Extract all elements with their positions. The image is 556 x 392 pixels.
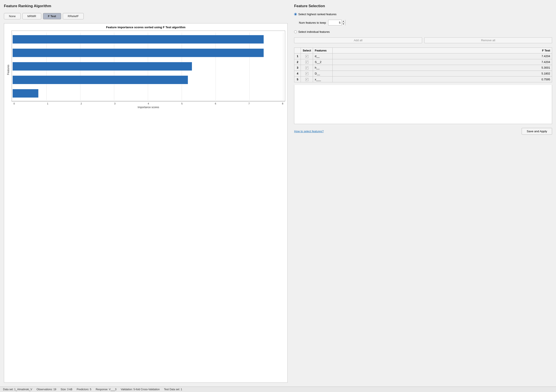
bar-x___ [13,89,38,98]
cell-select[interactable] [301,76,313,82]
status-text: Validation: 5-fold Cross-Validation [121,388,160,391]
bar-h__ [13,62,192,71]
status-text: Response: V___3 [96,388,116,391]
cell-score: 7.4204 [332,53,552,59]
cell-rank: 4 [294,71,301,76]
col-ftest: F Test [332,48,552,53]
cell-select[interactable] [301,59,313,65]
cell-score: 5.3001 [332,65,552,71]
algo-btn-none[interactable]: None [4,13,21,19]
add-all-button[interactable]: Add all [294,37,422,43]
chart-svg [12,31,285,101]
table-row: 4D__5.1802 [294,71,552,76]
cell-score: 5.1802 [332,71,552,76]
algo-btn-mrmr[interactable]: MRMR [22,13,41,19]
algorithm-buttons: NoneMRMRF TestRReliefF [4,13,287,19]
status-item: Data set: 1_Almatinski_V [3,388,32,391]
status-item: Validation: 5-fold Cross-Validation [121,388,160,391]
table-row: 1d__7.4204 [294,53,552,59]
table-empty-area [294,85,552,124]
bar-D__ [13,75,188,84]
status-text: Data set: 1_Almatinski_V [3,388,32,391]
x-tick: 7 [247,102,252,105]
chart-inner: Features 012345678 Importance scores [6,31,285,109]
radio-individual-input[interactable] [294,30,297,33]
status-text: Size: 3 kB [61,388,72,391]
status-item: Size: 3 kB [61,388,72,391]
remove-all-button[interactable]: Remove all [424,37,552,43]
bar-d__ [13,35,264,44]
chart-title: Feature importance scores sorted using F… [6,26,285,29]
help-link[interactable]: How to select features? [294,130,324,133]
cell-select[interactable] [301,71,313,76]
radio-individual: Select individual features [294,30,552,33]
checkbox[interactable] [305,78,309,81]
add-remove-row: Add all Remove all [294,37,552,43]
status-text: Test Data set: 1 [164,388,182,391]
status-item: Observations: 19 [37,388,56,391]
cell-feature: S__2 [313,59,332,65]
x-axis: 012345678 [12,101,285,105]
col-rank [294,48,301,53]
num-features-input[interactable]: 5 [328,20,341,25]
x-axis-label: Importance scores [12,106,285,109]
bar-S__2 [13,49,264,57]
y-axis-label: Features [6,31,10,109]
status-item: Response: V___3 [96,388,116,391]
save-apply-button[interactable]: Save and Apply [522,128,552,135]
left-panel: Feature Ranking Algorithm NoneMRMRF Test… [4,4,287,383]
cell-rank: 2 [294,59,301,65]
cell-feature: D__ [313,71,332,76]
table-row: 5x___0.7595 [294,76,552,82]
checkbox[interactable] [305,67,309,69]
checkbox[interactable] [305,55,309,58]
x-tick: 2 [79,102,84,105]
col-select: Select [301,48,313,53]
cell-rank: 3 [294,65,301,71]
feature-ranking-title: Feature Ranking Algorithm [4,4,287,8]
radio-highest-input[interactable] [294,13,297,16]
x-tick: 8 [280,102,285,105]
spinner-down[interactable]: ▼ [342,23,345,26]
features-table: Select Features F Test 1d__7.42042S__27.… [294,48,552,82]
status-item: Test Data set: 1 [164,388,182,391]
cell-rank: 5 [294,76,301,82]
radio-highest-label: Select highest ranked features [298,13,336,16]
cell-score: 7.4204 [332,59,552,65]
col-features: Features [313,48,332,53]
x-tick: 6 [213,102,218,105]
x-tick: 0 [12,102,17,105]
chart-area: Feature importance scores sorted using F… [4,23,287,383]
chart-plot-area [12,31,285,101]
table-row: 3h__5.3001 [294,65,552,71]
cell-select[interactable] [301,65,313,71]
cell-score: 0.7595 [332,76,552,82]
cell-feature: h__ [313,65,332,71]
x-tick: 5 [179,102,185,105]
num-features-input-wrapper: 5 ▲ ▼ [328,20,345,25]
radio-highest-ranked: Select highest ranked features [294,13,552,16]
spinner-buttons: ▲ ▼ [341,20,345,25]
cell-select[interactable] [301,53,313,59]
x-tick: 4 [146,102,151,105]
table-row: 2S__27.4204 [294,59,552,65]
radio-individual-label: Select individual features [298,30,330,33]
cell-feature: x___ [313,76,332,82]
algo-btn-rrelieff[interactable]: RReliefF [63,13,84,19]
cell-feature: d__ [313,53,332,59]
feature-selection-title: Feature Selection [294,4,552,8]
status-bar: Data set: 1_Almatinski_VObservations: 19… [0,387,556,392]
main-container: Feature Ranking Algorithm NoneMRMRF Test… [0,0,556,387]
x-tick: 1 [45,102,50,105]
algo-btn-f-test[interactable]: F Test [43,13,61,19]
checkbox[interactable] [305,72,309,75]
spinner-up[interactable]: ▲ [342,20,345,23]
x-tick: 3 [112,102,117,105]
checkbox[interactable] [305,60,309,64]
status-item: Predictors: 5 [77,388,91,391]
bottom-row: How to select features? Save and Apply [294,128,552,135]
right-panel: Feature Selection Select highest ranked … [294,4,552,383]
status-text: Observations: 19 [37,388,56,391]
cell-rank: 1 [294,53,301,59]
num-features-row: Num features to keep 5 ▲ ▼ [299,20,552,25]
